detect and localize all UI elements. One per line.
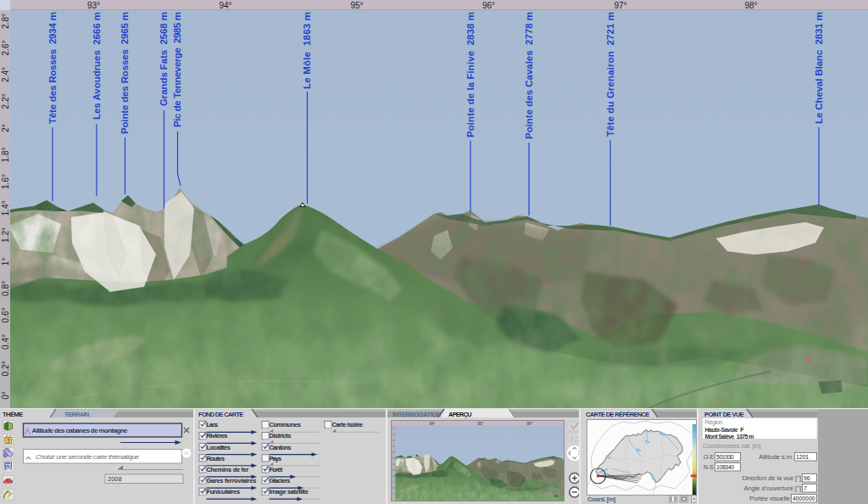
- svg-text:THÈME: THÈME: [3, 411, 23, 418]
- svg-text:108340: 108340: [716, 464, 734, 470]
- svg-text:FOND DE CARTE: FOND DE CARTE: [198, 411, 243, 418]
- svg-text:Coordonnées nat. [m]: Coordonnées nat. [m]: [703, 442, 761, 450]
- svg-text:1.6°: 1.6°: [1, 174, 10, 189]
- svg-text:96°: 96°: [527, 422, 533, 426]
- svg-text:1.4°: 1.4°: [1, 201, 10, 216]
- svg-text:1:~: 1:~: [570, 434, 579, 440]
- svg-text:Altitude s.m.: Altitude s.m.: [759, 453, 793, 461]
- svg-text:Région: Région: [705, 418, 723, 426]
- svg-text:93°: 93°: [87, 1, 100, 10]
- svg-text:0.4°: 0.4°: [1, 334, 10, 350]
- svg-text:0.2°: 0.2°: [1, 361, 10, 377]
- svg-text:1201: 1201: [796, 454, 809, 460]
- svg-text:N-S: N-S: [704, 464, 714, 470]
- svg-text:Communes: Communes: [270, 421, 301, 428]
- svg-text:Les Avoudrues 2666 m: Les Avoudrues 2666 m: [92, 12, 102, 120]
- svg-text:Choisir une seconde carte thém: Choisir une seconde carte thématique: [36, 453, 140, 461]
- svg-text:2.4°: 2.4°: [1, 67, 10, 82]
- svg-text:Pointe de la Finive 2838 m: Pointe de la Finive 2838 m: [465, 12, 476, 137]
- svg-text:O-E: O-E: [704, 454, 715, 460]
- svg-text:Tête du Grenairon 2721 m: Tête du Grenairon 2721 m: [605, 12, 615, 137]
- svg-text:Pointe des Cavales 2778 m: Pointe des Cavales 2778 m: [524, 12, 534, 139]
- svg-text:2008: 2008: [108, 475, 122, 483]
- svg-text:Haute-Savoie F: Haute-Savoie F: [705, 427, 745, 433]
- svg-text:Gares ferroviaires: Gares ferroviaires: [207, 477, 257, 484]
- svg-text:97°: 97°: [614, 1, 626, 10]
- svg-text:2.6°: 2.6°: [1, 41, 10, 56]
- svg-text:Pointe des Rosses 2965 m: Pointe des Rosses 2965 m: [120, 12, 130, 134]
- svg-text:2.2°: 2.2°: [1, 94, 10, 109]
- svg-text:Routes: Routes: [207, 455, 225, 462]
- svg-text:Altitude des cabanes de montag: Altitude des cabanes de montagne: [32, 427, 129, 434]
- svg-text:Forêt: Forêt: [270, 466, 283, 473]
- svg-text:Le Môle 1863 m: Le Môle 1863 m: [302, 12, 312, 89]
- svg-text:0.8°: 0.8°: [1, 281, 10, 296]
- svg-text:1°: 1°: [1, 258, 10, 266]
- svg-text:95°: 95°: [478, 422, 484, 426]
- svg-text:?: ?: [7, 438, 10, 444]
- svg-text:Portée visuelle: Portée visuelle: [749, 495, 790, 502]
- svg-text:Grands Fats 2568 m: Grands Fats 2568 m: [159, 12, 169, 106]
- svg-text:Angle d’ouverture [°]: Angle d’ouverture [°]: [743, 484, 801, 492]
- svg-text:Coord. [m]: Coord. [m]: [587, 496, 616, 503]
- svg-text:Cantons: Cantons: [270, 444, 292, 451]
- svg-text:Funiculaires: Funiculaires: [207, 488, 241, 496]
- svg-text:94°: 94°: [430, 422, 436, 426]
- svg-text:96: 96: [804, 475, 810, 481]
- svg-text:98°: 98°: [744, 1, 757, 10]
- svg-text:2°: 2°: [1, 124, 10, 132]
- svg-text:0.6°: 0.6°: [1, 308, 10, 323]
- svg-text:Pic de Tenneverge 2985 m: Pic de Tenneverge 2985 m: [172, 12, 182, 127]
- svg-text:4000000: 4000000: [793, 496, 815, 501]
- svg-text:INTERROGATION: INTERROGATION: [392, 411, 441, 418]
- svg-text:Mont Salève 1375 m: Mont Salève 1375 m: [705, 434, 754, 440]
- svg-text:Lacs: Lacs: [207, 421, 219, 428]
- svg-text:96°: 96°: [482, 1, 495, 10]
- svg-text:Image satellite: Image satellite: [270, 488, 309, 496]
- svg-text:Pays: Pays: [270, 455, 282, 462]
- svg-text:Carte isolée: Carte isolée: [332, 421, 364, 428]
- svg-text:TERRAIN: TERRAIN: [64, 411, 89, 418]
- svg-text:94°: 94°: [219, 1, 231, 10]
- svg-text:Direction de la vue [°]: Direction de la vue [°]: [742, 474, 801, 482]
- svg-text:POINT DE VUE: POINT DE VUE: [704, 411, 744, 418]
- svg-text:CARTE DE RÉFÉRENCE: CARTE DE RÉFÉRENCE: [586, 411, 649, 418]
- svg-text:7: 7: [804, 485, 807, 491]
- svg-text:1.2°: 1.2°: [1, 227, 10, 243]
- svg-text:501930: 501930: [716, 454, 734, 460]
- svg-text:Glaciers: Glaciers: [270, 477, 291, 484]
- svg-text:Le Cheval Blanc 2831 m: Le Cheval Blanc 2831 m: [814, 12, 824, 124]
- svg-text:1.8°: 1.8°: [1, 148, 10, 163]
- svg-text:Districts: Districts: [270, 432, 292, 440]
- svg-text:Localités: Localités: [207, 444, 231, 451]
- svg-text:Rivières: Rivières: [207, 432, 228, 440]
- svg-text:APERÇU: APERÇU: [448, 411, 472, 418]
- svg-text:95°: 95°: [350, 1, 363, 10]
- svg-text:0°: 0°: [1, 391, 10, 400]
- svg-text:Tête des Rosses 2934 m: Tête des Rosses 2934 m: [47, 12, 58, 124]
- svg-text:2.8°: 2.8°: [1, 14, 10, 29]
- svg-text:Chemins de fer: Chemins de fer: [207, 466, 249, 473]
